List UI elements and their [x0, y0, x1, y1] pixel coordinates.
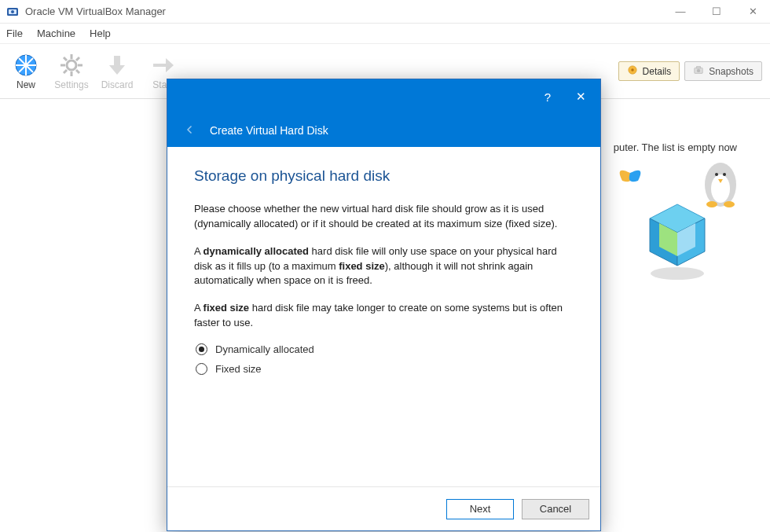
dialog-close-button[interactable]: ✕ [569, 90, 592, 104]
camera-icon [693, 64, 704, 78]
new-label: New [16, 79, 35, 90]
details-label: Details [643, 66, 672, 77]
svg-point-20 [697, 69, 700, 72]
svg-point-8 [67, 61, 76, 70]
svg-point-18 [631, 68, 634, 72]
dialog-titlebar: ? ✕ [167, 79, 600, 114]
settings-button: Settings [49, 53, 94, 90]
start-icon [150, 53, 175, 78]
window-minimize-button[interactable]: — [669, 6, 691, 17]
radio-label: Dynamically allocated [215, 343, 314, 355]
create-virtual-hard-disk-dialog: ? ✕ Create Virtual Hard Disk Storage on … [167, 79, 601, 531]
svg-rect-21 [697, 67, 700, 68]
dialog-title: Create Virtual Hard Disk [210, 124, 328, 137]
window-maximize-button[interactable]: ☐ [706, 6, 728, 17]
svg-line-16 [64, 70, 67, 73]
svg-line-13 [64, 57, 67, 61]
dialog-paragraph-1: Please choose whether the new virtual ha… [194, 202, 574, 232]
details-icon [627, 64, 638, 78]
svg-point-33 [651, 267, 704, 280]
svg-point-27 [724, 201, 735, 207]
svg-point-23 [711, 174, 730, 203]
next-button[interactable]: Next [446, 499, 514, 519]
dialog-help-button[interactable]: ? [536, 90, 559, 104]
window-titlebar: Oracle VM VirtualBox Manager — ☐ ✕ [0, 0, 770, 24]
virtualbox-app-icon [6, 6, 19, 18]
discard-button: Discard [94, 53, 140, 90]
discard-label: Discard [101, 79, 134, 90]
cancel-button[interactable]: Cancel [522, 499, 589, 519]
snapshots-tab[interactable]: Snapshots [684, 61, 762, 81]
radio-icon [196, 363, 207, 375]
svg-point-24 [715, 173, 718, 176]
menu-file[interactable]: File [6, 28, 23, 39]
new-button[interactable]: New [3, 53, 49, 90]
dialog-body: Storage on physical hard disk Please cho… [167, 147, 600, 486]
svg-point-25 [723, 173, 726, 176]
svg-line-15 [76, 57, 79, 61]
window-close-button[interactable]: ✕ [742, 6, 764, 17]
radio-label: Fixed size [215, 363, 262, 375]
svg-line-14 [76, 70, 79, 73]
details-tab[interactable]: Details [618, 61, 680, 81]
settings-label: Settings [54, 79, 88, 90]
dialog-header: Create Virtual Hard Disk [167, 114, 600, 147]
dialog-heading: Storage on physical hard disk [194, 167, 574, 185]
discard-icon [104, 53, 130, 78]
window-title: Oracle VM VirtualBox Manager [25, 6, 669, 17]
svg-point-26 [706, 201, 717, 207]
new-icon [13, 53, 38, 78]
dialog-paragraph-3: A fixed size hard disk file may take lon… [194, 301, 574, 331]
back-arrow-icon[interactable] [183, 123, 197, 139]
svg-point-2 [11, 10, 14, 13]
radio-icon [196, 343, 207, 355]
dialog-paragraph-2: A dynamically allocated hard disk file w… [194, 244, 574, 289]
menu-machine[interactable]: Machine [37, 28, 75, 39]
menu-help[interactable]: Help [90, 28, 111, 39]
radio-dynamically-allocated[interactable]: Dynamically allocated [196, 343, 574, 355]
welcome-illustration [607, 157, 748, 283]
empty-list-hint: puter. The list is empty now [614, 141, 737, 153]
radio-fixed-size[interactable]: Fixed size [196, 363, 574, 375]
snapshots-label: Snapshots [709, 66, 754, 77]
dialog-footer: Next Cancel [167, 486, 600, 530]
menubar: File Machine Help [0, 24, 770, 44]
gear-icon [59, 53, 84, 78]
